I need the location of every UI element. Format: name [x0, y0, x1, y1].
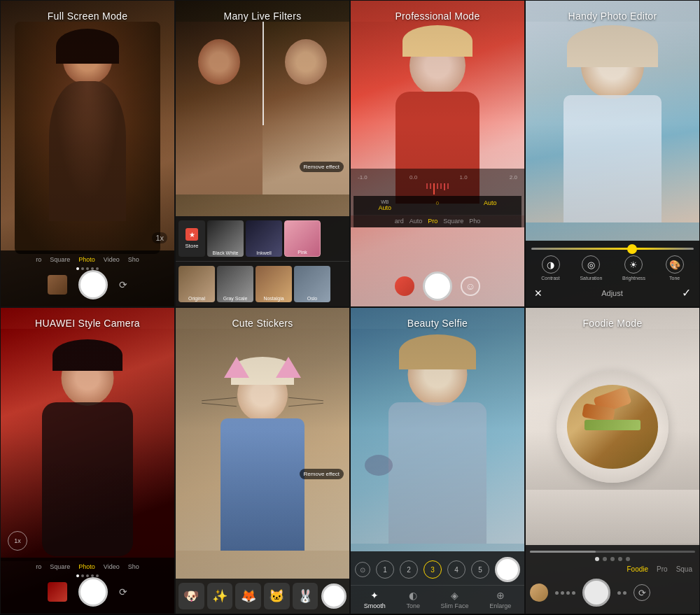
store-button[interactable]: ★ Store [178, 220, 205, 257]
sticker-row: 🐶 ✨ 🦊 🐱 🐰 [176, 579, 349, 614]
level-5[interactable]: 5 [471, 560, 489, 579]
mode-sho-5[interactable]: Sho [128, 563, 139, 570]
camera-bar-5: ro Square Photo Video Sho ⟳ [1, 558, 174, 614]
filter-bw-label: Black White [207, 250, 244, 255]
dial-label-n1: -1.0 [358, 174, 368, 181]
foodie-tab-foodie[interactable]: Foodie [627, 565, 649, 573]
beauty-tab-slim[interactable]: ◈ Slim Face [441, 590, 469, 609]
level-4[interactable]: 4 [447, 560, 465, 579]
pro-tab-pho[interactable]: Pho [469, 218, 480, 225]
tone-control[interactable]: 🎨 Tone [666, 255, 684, 281]
editor-slider[interactable] [531, 248, 694, 250]
mode-ro[interactable]: ro [36, 256, 41, 263]
beauty-tab-smooth[interactable]: ✦ Smooth [364, 590, 386, 609]
slider-thumb[interactable] [627, 244, 637, 254]
saturation-label: Saturation [580, 276, 602, 281]
beauty-tab-tone[interactable]: ◐ Tone [406, 590, 420, 609]
cell-foodie-mode: Foodie Mode Foodie Pro Squa [525, 307, 700, 614]
sticker-shutter-btn [321, 583, 346, 609]
brightness-label: Brightness [622, 276, 645, 281]
editor-bar: ◑ Contrast ◎ Saturation ☀ Brightness 🎨 T… [526, 241, 699, 306]
mode-photo-5[interactable]: Photo [78, 563, 95, 570]
cancel-button[interactable]: ✕ [534, 288, 542, 299]
stickers-bar: 🐶 ✨ 🦊 🐱 🐰 [176, 579, 349, 614]
cell-photo-editor: Handy Photo Editor ◑ Contrast ◎ Saturati… [525, 0, 700, 307]
mode-photo[interactable]: Photo [78, 256, 95, 263]
level-3[interactable]: 3 [424, 560, 442, 579]
contrast-icon: ◑ [542, 255, 560, 274]
foodie-tab-pro[interactable]: Pro [657, 565, 668, 573]
edit-icons-row: ◑ Contrast ◎ Saturation ☀ Brightness 🎨 T… [531, 255, 694, 281]
level-1[interactable]: 1 [376, 560, 394, 579]
cell-2-title: Many Live Filters [176, 10, 349, 22]
pro-tab-auto[interactable]: Auto [410, 218, 423, 225]
shutter-area: ⟳ [5, 270, 170, 299]
thumbnail[interactable] [48, 275, 67, 295]
filter-grayscale[interactable]: Gray Scale [217, 266, 253, 302]
sticker-cat[interactable]: 🐱 [264, 583, 290, 609]
compare-line [262, 22, 264, 125]
sticker-star[interactable]: ✨ [207, 583, 233, 609]
sticker-fox[interactable]: 🦊 [235, 583, 261, 609]
timer-icon[interactable]: ⊙ [355, 562, 370, 577]
filter-black-white[interactable]: Black White [207, 220, 244, 257]
pro-icon-right[interactable]: ☺ [461, 276, 480, 296]
flip-icon[interactable]: ⟳ [119, 279, 127, 290]
filter-orig-label: Original [178, 296, 215, 301]
mode-sho[interactable]: Sho [128, 256, 139, 263]
beauty-tab-enlarge[interactable]: ⊕ Enlarge [489, 590, 511, 609]
shutter-button[interactable] [78, 270, 108, 299]
filter-oslo[interactable]: Oslo [294, 266, 330, 302]
pro-tabs: ard Auto Pro Square Pho [354, 215, 522, 227]
mode-ro-5[interactable]: ro [36, 563, 41, 570]
wb-row: WB Auto ○ Auto [354, 196, 522, 215]
pro-tab-square[interactable]: Square [443, 218, 463, 225]
mode-video-5[interactable]: Video [104, 563, 120, 570]
shutter-button-5[interactable] [78, 577, 108, 607]
foodie-slider[interactable] [530, 551, 695, 553]
mode-video[interactable]: Video [104, 256, 120, 263]
sticker-shutter[interactable] [321, 584, 346, 609]
foodie-shutter-btn[interactable] [582, 579, 610, 607]
flip-icon-5[interactable]: ⟳ [119, 586, 127, 598]
screenshot-grid: Full Screen Mode 1x ro Square Photo Vide… [0, 0, 700, 615]
foodie-tab-squa[interactable]: Squa [676, 565, 692, 573]
mode-square[interactable]: Square [50, 256, 70, 263]
brightness-control[interactable]: ☀ Brightness [622, 255, 645, 281]
foodie-dot-line-2 [617, 591, 626, 595]
filter-original[interactable]: Original [178, 266, 215, 302]
saturation-control[interactable]: ◎ Saturation [580, 255, 602, 281]
cell-6-title: Cute Stickers [176, 318, 349, 329]
contrast-control[interactable]: ◑ Contrast [541, 255, 559, 281]
sticker-bunny[interactable]: 🐰 [293, 583, 318, 609]
cell-3-title: Professional Mode [351, 10, 524, 22]
sticker-remove-label[interactable]: Remove effect [300, 469, 344, 479]
store-label: Store [185, 243, 198, 249]
pro-tab-ard[interactable]: ard [395, 218, 404, 225]
store-icon: ★ [186, 228, 198, 241]
filter-oslo-label: Oslo [294, 296, 330, 301]
filter-panel: ★ Store Black White Inkwell Pink Origina… [176, 216, 349, 306]
filter-gray-label: Gray Scale [217, 296, 253, 301]
thumbnail-5[interactable] [48, 582, 67, 602]
filter-inkwell[interactable]: Inkwell [246, 220, 282, 257]
filter-ink-label: Inkwell [246, 250, 282, 255]
confirm-button[interactable]: ✓ [682, 286, 691, 299]
filter-nostalgia[interactable]: Nostalgia [255, 266, 292, 302]
level-2[interactable]: 2 [400, 560, 418, 579]
filter-pink[interactable]: Pink [284, 220, 321, 257]
pro-thumbnail[interactable] [395, 276, 414, 296]
beauty-shutter[interactable] [495, 557, 520, 582]
cell-beauty-selfie: Beauty Selfie ⊙ 1 2 3 4 5 ✦ Smooth ◐ Ton… [350, 307, 525, 614]
remove-effect-label[interactable]: Remove effect [300, 162, 344, 172]
filter-row-top: ★ Store Black White Inkwell Pink [176, 216, 349, 262]
foodie-thumbnail[interactable] [530, 584, 548, 602]
mode-square-5[interactable]: Square [50, 563, 70, 570]
cell-huawei-style: HUAWEI Style Camera 1x ro Square Photo V… [0, 307, 175, 614]
adjust-row: ✕ Adjust ✓ [531, 286, 694, 299]
filter-row-bottom: Original Gray Scale Nostalgia Oslo [176, 262, 349, 306]
pro-tab-pro[interactable]: Pro [428, 218, 438, 225]
foodie-flip-icon[interactable]: ⟳ [634, 584, 650, 601]
sticker-dog[interactable]: 🐶 [178, 583, 204, 609]
pro-shutter[interactable] [423, 271, 452, 301]
